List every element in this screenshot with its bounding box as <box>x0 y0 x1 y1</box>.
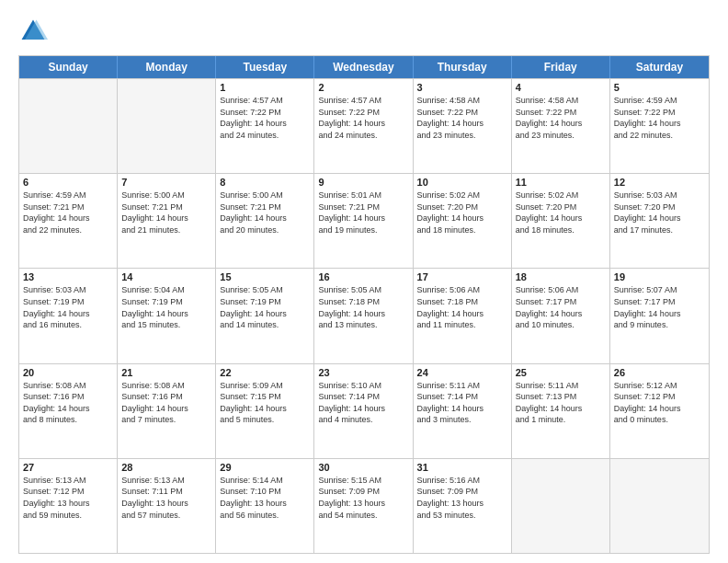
cell-line: Daylight: 14 hours <box>220 308 310 320</box>
cell-line: and 57 minutes. <box>121 510 211 522</box>
cell-line: and 21 minutes. <box>121 224 211 236</box>
cell-line: and 23 minutes. <box>417 130 507 142</box>
day-number: 6 <box>23 177 113 188</box>
cell-line: and 22 minutes. <box>614 130 705 142</box>
day-number: 15 <box>220 271 310 282</box>
calendar: SundayMondayTuesdayWednesdayThursdayFrid… <box>18 55 710 554</box>
cell-line: Sunset: 7:20 PM <box>614 201 705 213</box>
day-cell-22: 22Sunrise: 5:09 AMSunset: 7:15 PMDayligh… <box>216 364 314 458</box>
day-number: 30 <box>318 462 408 473</box>
day-cell-25: 25Sunrise: 5:11 AMSunset: 7:13 PMDayligh… <box>512 364 610 458</box>
calendar-row-5: 27Sunrise: 5:13 AMSunset: 7:12 PMDayligh… <box>19 458 709 553</box>
empty-cell <box>610 459 709 553</box>
day-cell-21: 21Sunrise: 5:08 AMSunset: 7:16 PMDayligh… <box>118 364 216 458</box>
cell-line: Sunrise: 5:08 AM <box>121 380 211 392</box>
cell-line: Daylight: 14 hours <box>614 118 705 130</box>
cell-line: and 15 minutes. <box>121 319 211 331</box>
cell-line: Sunrise: 4:57 AM <box>318 95 408 107</box>
cell-line: Daylight: 14 hours <box>516 213 606 224</box>
cell-line: and 53 minutes. <box>417 510 507 522</box>
day-number: 11 <box>516 177 606 188</box>
cell-line: and 10 minutes. <box>516 319 606 331</box>
cell-line: and 24 minutes. <box>318 130 408 142</box>
header-day-monday: Monday <box>118 56 216 78</box>
cell-line: Sunrise: 5:00 AM <box>220 190 310 201</box>
header-day-saturday: Saturday <box>610 56 709 78</box>
cell-line: and 17 minutes. <box>614 224 705 236</box>
cell-line: Daylight: 13 hours <box>318 498 408 510</box>
day-number: 26 <box>614 367 705 378</box>
cell-line: Sunset: 7:09 PM <box>318 486 408 498</box>
day-number: 22 <box>220 367 310 378</box>
cell-line: Sunrise: 5:06 AM <box>417 284 507 296</box>
logo-icon <box>18 17 48 46</box>
cell-line: and 3 minutes. <box>417 414 507 426</box>
page: SundayMondayTuesdayWednesdayThursdayFrid… <box>0 0 728 563</box>
cell-line: Sunset: 7:14 PM <box>318 391 408 403</box>
cell-line: Daylight: 14 hours <box>417 308 507 320</box>
day-number: 17 <box>417 271 507 282</box>
cell-line: Daylight: 14 hours <box>318 213 408 224</box>
cell-line: Daylight: 14 hours <box>516 403 606 415</box>
day-cell-16: 16Sunrise: 5:05 AMSunset: 7:18 PMDayligh… <box>314 269 413 362</box>
cell-line: Sunset: 7:10 PM <box>220 486 310 498</box>
header-day-wednesday: Wednesday <box>314 56 413 78</box>
empty-cell <box>512 459 610 553</box>
cell-line: and 19 minutes. <box>318 224 408 236</box>
cell-line: Sunset: 7:11 PM <box>121 486 211 498</box>
calendar-header: SundayMondayTuesdayWednesdayThursdayFrid… <box>19 56 709 78</box>
header-day-tuesday: Tuesday <box>216 56 314 78</box>
day-cell-24: 24Sunrise: 5:11 AMSunset: 7:14 PMDayligh… <box>414 364 512 458</box>
day-number: 7 <box>121 177 211 188</box>
day-number: 29 <box>220 462 310 473</box>
cell-line: Daylight: 14 hours <box>23 308 113 320</box>
cell-line: Daylight: 14 hours <box>417 403 507 415</box>
day-cell-29: 29Sunrise: 5:14 AMSunset: 7:10 PMDayligh… <box>216 459 314 553</box>
cell-line: Sunset: 7:20 PM <box>417 201 507 213</box>
day-number: 31 <box>417 462 507 473</box>
cell-line: Daylight: 14 hours <box>516 308 606 320</box>
cell-line: Sunset: 7:19 PM <box>23 296 113 308</box>
day-cell-10: 10Sunrise: 5:02 AMSunset: 7:20 PMDayligh… <box>414 174 512 268</box>
day-cell-5: 5Sunrise: 4:59 AMSunset: 7:22 PMDaylight… <box>610 79 709 173</box>
cell-line: Sunrise: 4:58 AM <box>417 95 507 107</box>
cell-line: Sunset: 7:22 PM <box>614 107 705 119</box>
day-number: 28 <box>121 462 211 473</box>
day-number: 21 <box>121 367 211 378</box>
cell-line: Sunrise: 5:12 AM <box>614 380 705 392</box>
day-cell-1: 1Sunrise: 4:57 AMSunset: 7:22 PMDaylight… <box>216 79 314 173</box>
day-cell-3: 3Sunrise: 4:58 AMSunset: 7:22 PMDaylight… <box>414 79 512 173</box>
cell-line: Daylight: 14 hours <box>516 118 606 130</box>
cell-line: Sunset: 7:21 PM <box>121 201 211 213</box>
cell-line: Daylight: 14 hours <box>318 308 408 320</box>
cell-line: Sunset: 7:16 PM <box>23 391 113 403</box>
day-cell-6: 6Sunrise: 4:59 AMSunset: 7:21 PMDaylight… <box>19 174 118 268</box>
cell-line: Daylight: 14 hours <box>121 308 211 320</box>
day-number: 13 <box>23 271 113 282</box>
day-number: 2 <box>318 82 408 93</box>
cell-line: Sunrise: 5:13 AM <box>23 475 113 487</box>
day-cell-27: 27Sunrise: 5:13 AMSunset: 7:12 PMDayligh… <box>19 459 118 553</box>
day-number: 27 <box>23 462 113 473</box>
cell-line: Sunset: 7:22 PM <box>220 107 310 119</box>
cell-line: Sunrise: 4:59 AM <box>614 95 705 107</box>
cell-line: and 5 minutes. <box>220 414 310 426</box>
day-cell-15: 15Sunrise: 5:05 AMSunset: 7:19 PMDayligh… <box>216 269 314 362</box>
cell-line: and 23 minutes. <box>516 130 606 142</box>
cell-line: Sunrise: 4:59 AM <box>23 190 113 201</box>
cell-line: Sunrise: 5:04 AM <box>121 284 211 296</box>
day-cell-2: 2Sunrise: 4:57 AMSunset: 7:22 PMDaylight… <box>314 79 413 173</box>
cell-line: Sunrise: 5:01 AM <box>318 190 408 201</box>
cell-line: and 22 minutes. <box>23 224 113 236</box>
cell-line: Daylight: 13 hours <box>220 498 310 510</box>
day-number: 1 <box>220 82 310 93</box>
day-cell-23: 23Sunrise: 5:10 AMSunset: 7:14 PMDayligh… <box>314 364 413 458</box>
calendar-body: 1Sunrise: 4:57 AMSunset: 7:22 PMDaylight… <box>19 78 709 553</box>
day-cell-19: 19Sunrise: 5:07 AMSunset: 7:17 PMDayligh… <box>610 269 709 362</box>
header-day-sunday: Sunday <box>19 56 118 78</box>
cell-line: and 8 minutes. <box>23 414 113 426</box>
cell-line: Sunrise: 5:02 AM <box>417 190 507 201</box>
calendar-row-4: 20Sunrise: 5:08 AMSunset: 7:16 PMDayligh… <box>19 363 709 458</box>
cell-line: Sunrise: 5:13 AM <box>121 475 211 487</box>
day-cell-12: 12Sunrise: 5:03 AMSunset: 7:20 PMDayligh… <box>610 174 709 268</box>
